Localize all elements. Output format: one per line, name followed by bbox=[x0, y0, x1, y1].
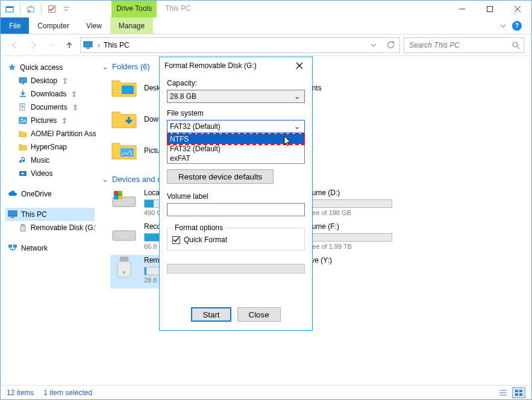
nav-this-pc[interactable]: This PC bbox=[5, 208, 95, 221]
view-details-icon[interactable] bbox=[496, 387, 510, 398]
option-exfat[interactable]: exFAT bbox=[167, 154, 304, 163]
nav-downloads[interactable]: Downloads bbox=[5, 87, 96, 101]
svg-rect-25 bbox=[118, 191, 122, 195]
nav-desktop[interactable]: Desktop bbox=[5, 74, 96, 87]
network-icon bbox=[8, 244, 17, 252]
svg-point-31 bbox=[123, 271, 125, 273]
address-location: This PC bbox=[104, 41, 130, 49]
svg-rect-8 bbox=[19, 78, 27, 83]
svg-rect-33 bbox=[519, 390, 522, 392]
qat-dropdown-icon[interactable] bbox=[61, 1, 72, 17]
contextual-tab-drive-tools: Drive Tools bbox=[111, 1, 157, 17]
help-icon[interactable]: ? bbox=[512, 21, 522, 31]
usage-bar bbox=[302, 199, 392, 208]
nav-videos[interactable]: Videos bbox=[5, 167, 96, 180]
address-row: › This PC bbox=[1, 34, 531, 56]
address-bar[interactable]: › This PC bbox=[80, 37, 400, 53]
option-ntfs[interactable]: NTFS bbox=[167, 134, 304, 144]
filesystem-combo[interactable]: FAT32 (Default) ⌄ bbox=[167, 120, 305, 133]
svg-rect-1 bbox=[6, 7, 13, 8]
drive-f-partial[interactable]: Volume (F:) B free of 1.99 TB bbox=[302, 221, 398, 255]
tab-computer[interactable]: Computer bbox=[29, 17, 78, 34]
pin-icon bbox=[70, 91, 78, 97]
search-input[interactable] bbox=[408, 40, 512, 50]
drive-d-partial[interactable]: Volume (D:) B free of 198 GB bbox=[302, 187, 398, 221]
folder-documents-partial[interactable]: ments bbox=[302, 75, 374, 101]
pin-icon bbox=[60, 117, 69, 123]
capacity-label: Capacity: bbox=[167, 79, 305, 87]
chevron-right-icon[interactable]: › bbox=[98, 41, 100, 49]
chevron-down-icon: ⌄ bbox=[292, 122, 302, 131]
format-dialog: Format Removable Disk (G:) Capacity: 28.… bbox=[159, 57, 313, 331]
nav-removable[interactable]: Removable Disk (G:) bbox=[5, 221, 96, 234]
drive-y-partial[interactable]: Drive (Y:) bbox=[302, 255, 398, 289]
nav-music[interactable]: Music bbox=[5, 154, 96, 167]
option-fat32[interactable]: FAT32 (Default) bbox=[167, 144, 304, 154]
nav-hypersnap[interactable]: HyperSnap bbox=[5, 140, 96, 154]
quick-format-checkbox[interactable]: Quick Format bbox=[172, 236, 299, 244]
drive-icon bbox=[110, 221, 138, 245]
qat-properties-icon[interactable] bbox=[25, 1, 36, 17]
nav-onedrive[interactable]: OneDrive bbox=[5, 187, 96, 201]
nav-forward-icon[interactable] bbox=[26, 38, 40, 52]
svg-rect-17 bbox=[20, 226, 25, 231]
filesystem-label: File system bbox=[167, 109, 305, 117]
close-button[interactable] bbox=[504, 1, 531, 17]
chevron-down-icon: ⌄ bbox=[292, 92, 302, 101]
dialog-titlebar[interactable]: Format Removable Disk (G:) bbox=[160, 57, 312, 74]
volume-label-input[interactable] bbox=[167, 203, 305, 216]
window-controls bbox=[448, 1, 531, 17]
ribbon-tabs: File Computer View Manage ? bbox=[1, 17, 531, 34]
svg-point-7 bbox=[513, 42, 518, 47]
format-options-group: Format options Quick Format bbox=[167, 223, 305, 251]
capacity-combo[interactable]: 28.8 GB ⌄ bbox=[167, 90, 305, 103]
tab-file[interactable]: File bbox=[1, 17, 29, 34]
svg-rect-29 bbox=[120, 257, 128, 261]
dialog-close-icon[interactable] bbox=[292, 59, 307, 72]
nav-aomei[interactable]: AOMEI Partition Ass bbox=[5, 127, 96, 140]
status-bar: 12 items 1 item selected bbox=[1, 385, 531, 399]
search-box[interactable] bbox=[404, 37, 524, 53]
nav-pictures[interactable]: Pictures bbox=[5, 114, 96, 127]
nav-network[interactable]: Network bbox=[5, 242, 96, 255]
tab-view[interactable]: View bbox=[78, 17, 110, 34]
svg-rect-15 bbox=[11, 217, 14, 218]
svg-rect-32 bbox=[515, 390, 518, 392]
pin-icon bbox=[71, 104, 80, 110]
svg-rect-4 bbox=[487, 7, 493, 12]
tab-manage[interactable]: Manage bbox=[110, 17, 153, 34]
usage-bar bbox=[302, 233, 392, 242]
svg-rect-34 bbox=[515, 393, 518, 396]
view-tiles-icon[interactable] bbox=[512, 387, 525, 398]
onedrive-icon bbox=[8, 190, 17, 198]
minimize-button[interactable] bbox=[448, 1, 476, 17]
music-icon bbox=[19, 156, 27, 164]
chevron-down-icon: ⌄ bbox=[102, 62, 108, 71]
nav-back-icon[interactable] bbox=[8, 38, 22, 52]
svg-point-12 bbox=[21, 119, 23, 120]
quick-access-toolbar bbox=[1, 1, 75, 17]
svg-rect-9 bbox=[22, 83, 24, 84]
star-icon bbox=[8, 63, 16, 72]
refresh-icon[interactable] bbox=[384, 41, 397, 49]
nav-quick-access[interactable]: Quick access bbox=[5, 61, 96, 74]
nav-history-icon[interactable] bbox=[44, 38, 58, 52]
pin-icon bbox=[61, 78, 69, 84]
volume-label-label: Volume label bbox=[167, 192, 305, 201]
app-icon[interactable] bbox=[4, 1, 15, 17]
close-button[interactable]: Close bbox=[237, 307, 281, 322]
ribbon-expand-icon[interactable] bbox=[500, 23, 506, 29]
svg-rect-6 bbox=[86, 48, 90, 49]
start-button[interactable]: Start bbox=[191, 307, 231, 322]
search-icon[interactable] bbox=[512, 41, 520, 49]
dialog-title: Format Removable Disk (G:) bbox=[164, 61, 292, 70]
nav-up-icon[interactable] bbox=[62, 38, 77, 52]
drive-icon bbox=[110, 187, 138, 211]
address-dropdown-icon[interactable] bbox=[367, 42, 380, 48]
nav-documents[interactable]: Documents bbox=[5, 101, 96, 114]
maximize-button[interactable] bbox=[476, 1, 504, 17]
qat-checkbox-icon[interactable] bbox=[46, 1, 57, 17]
svg-rect-20 bbox=[122, 86, 134, 94]
downloads-icon bbox=[19, 90, 27, 98]
restore-defaults-button[interactable]: Restore device defaults bbox=[167, 169, 274, 184]
